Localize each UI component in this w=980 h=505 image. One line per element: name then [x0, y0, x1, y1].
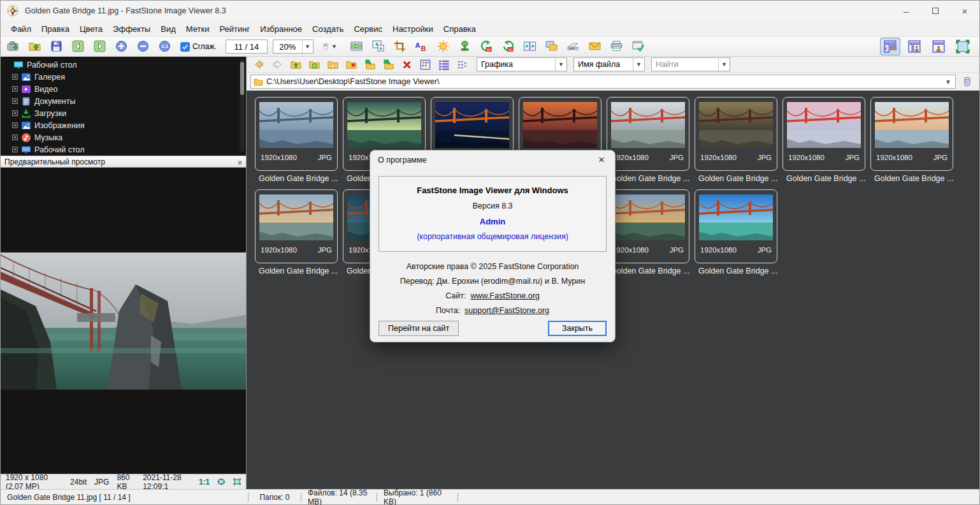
clone-stamp-button[interactable]: [456, 38, 474, 55]
acquire-scanner-button[interactable]: [565, 38, 582, 55]
full-frame-icon[interactable]: [233, 477, 241, 487]
slideshow-button[interactable]: [348, 38, 366, 55]
nav-back-button[interactable]: [250, 57, 267, 72]
thumbnail-cell[interactable]: 1920x1080JPG: [782, 97, 865, 171]
view-thumbnails-button[interactable]: [880, 38, 900, 55]
resize-image-button[interactable]: [370, 38, 387, 55]
tree-item-5[interactable]: +Загрузки: [1, 107, 246, 119]
thumbnail-cell[interactable]: 1920x1080JPG: [695, 97, 777, 171]
menu-item-3[interactable]: Цвета: [75, 22, 108, 36]
view-browser-preview-button[interactable]: [904, 38, 925, 55]
rotate-left-90-button[interactable]: 90: [478, 38, 496, 55]
thumbnail-item-9[interactable]: 1920x1080JPGGolden Gate Bridge ...: [255, 189, 338, 275]
expand-plus-icon[interactable]: +: [12, 74, 18, 80]
move-to-folder-button[interactable]: [361, 57, 378, 72]
goto-site-button[interactable]: Перейти на сайт: [378, 321, 459, 336]
tree-scrollbar[interactable]: [240, 59, 245, 152]
maximize-button[interactable]: [921, 1, 950, 21]
preview-header[interactable]: Предварительный просмотр »: [1, 156, 246, 168]
current-path[interactable]: C:\Users\User\Desktop\FastStone Image Vi…: [266, 77, 942, 86]
thumbnail-item-14[interactable]: 1920x1080JPGGolden Gate Bridge ...: [695, 189, 777, 275]
next-image-button[interactable]: [91, 38, 109, 55]
fit-window-icon[interactable]: [217, 477, 225, 487]
menu-item-9[interactable]: Создать: [307, 22, 349, 36]
batch-rename-button[interactable]: AB: [413, 38, 431, 55]
tree-item-4[interactable]: +Документы: [1, 95, 246, 107]
zoom-combobox[interactable]: 20% ▼: [273, 40, 313, 54]
thumbnail-area[interactable]: 1920x1080JPGGolden Gate Bridge ...1920x1…: [247, 91, 979, 489]
thumbnail-item-8[interactable]: 1920x1080JPGGolden Gate Bridge ...: [870, 97, 953, 183]
zoom-in-button[interactable]: [113, 38, 131, 55]
copy-to-folder-button[interactable]: [380, 57, 396, 72]
chevron-down-icon[interactable]: ▼: [331, 43, 337, 50]
rotate-right-90-button[interactable]: 90: [500, 38, 517, 55]
adjust-lighting-button[interactable]: [435, 38, 452, 55]
address-bar[interactable]: C:\Users\User\Desktop\FastStone Image Vi…: [250, 75, 956, 89]
thumbnail-item-6[interactable]: 1920x1080JPGGolden Gate Bridge ...: [695, 97, 777, 183]
crop-button[interactable]: [391, 38, 409, 55]
hand-tool-button[interactable]: ▼: [320, 38, 338, 55]
tree-item-1[interactable]: Рабочий стол: [1, 59, 246, 71]
minimize-button[interactable]: –: [891, 1, 921, 21]
menu-item-5[interactable]: Вид: [155, 22, 181, 36]
chevron-down-icon[interactable]: ▼: [555, 58, 566, 71]
expand-plus-icon[interactable]: +: [12, 122, 18, 128]
folder-history-button[interactable]: [959, 75, 976, 89]
close-dialog-button[interactable]: Закрыть: [548, 321, 607, 336]
dialog-title-bar[interactable]: О программе ×: [370, 150, 615, 170]
view-details-button[interactable]: [435, 57, 452, 72]
folder-up-button[interactable]: [287, 57, 304, 72]
preview-pane[interactable]: [1, 168, 246, 474]
site-link[interactable]: www.FastStone.org: [470, 291, 539, 300]
tree-item-6[interactable]: +Изображения: [1, 119, 246, 131]
folder-refresh-button[interactable]: [306, 57, 322, 72]
thumbnail-item-5[interactable]: 1920x1080JPGGolden Gate Bridge ...: [607, 97, 689, 183]
prev-image-button[interactable]: [69, 38, 87, 55]
expand-plus-icon[interactable]: +: [12, 86, 18, 92]
thumbnail-cell[interactable]: 1920x1080JPG: [870, 97, 953, 171]
folder-new-button[interactable]: [343, 57, 359, 72]
menu-item-4[interactable]: Эффекты: [108, 22, 155, 36]
menu-item-7[interactable]: Рейтинг: [214, 22, 255, 36]
thumbnail-item-1[interactable]: 1920x1080JPGGolden Gate Bridge ...: [255, 97, 338, 183]
save-button[interactable]: [48, 38, 66, 55]
chevron-down-icon[interactable]: ▼: [633, 58, 644, 71]
tree-item-2[interactable]: +Галерея: [1, 71, 246, 83]
capture-camera-button[interactable]: [4, 38, 22, 55]
tree-item-7[interactable]: +Музыка: [1, 131, 246, 143]
view-fullscreen-button[interactable]: [953, 38, 973, 55]
view-thumbs-button[interactable]: [417, 57, 433, 72]
chevron-down-icon[interactable]: ▼: [302, 40, 313, 53]
expand-plus-icon[interactable]: +: [12, 110, 18, 116]
thumbnail-cell[interactable]: 1920x1080JPG: [695, 189, 777, 263]
nav-forward-button[interactable]: [269, 57, 285, 72]
expand-plus-icon[interactable]: +: [12, 98, 18, 104]
tree-item-8[interactable]: +Рабочий стол: [1, 143, 246, 156]
zoom-out-button[interactable]: [134, 38, 152, 55]
search-input[interactable]: Найти: [652, 60, 718, 69]
close-button[interactable]: ×: [950, 1, 979, 21]
sort-combobox[interactable]: Имя файла ▼: [573, 57, 645, 71]
thumbnail-item-7[interactable]: 1920x1080JPGGolden Gate Bridge ...: [782, 97, 865, 183]
search-combobox[interactable]: Найти ▼: [651, 57, 730, 71]
dialog-close-button[interactable]: ×: [588, 150, 615, 170]
thumbnail-cell[interactable]: 1920x1080JPG: [607, 189, 689, 263]
smoothing-option[interactable]: Сглаж.: [180, 42, 217, 52]
menu-item-1[interactable]: Файл: [6, 22, 36, 36]
thumbnail-item-13[interactable]: 1920x1080JPGGolden Gate Bridge ...: [607, 189, 689, 275]
expand-plus-icon[interactable]: +: [12, 135, 18, 140]
mail-link[interactable]: support@FastStone.org: [465, 306, 549, 315]
settings-check-button[interactable]: [630, 38, 647, 55]
screen-capture-button[interactable]: [543, 38, 561, 55]
view-list-button[interactable]: [454, 57, 470, 72]
zoom-actual-button[interactable]: 1:1: [156, 38, 174, 55]
thumbnail-cell[interactable]: 1920x1080JPG: [607, 97, 689, 171]
folder-favorites-button[interactable]: [324, 57, 341, 72]
open-folder-button[interactable]: [26, 38, 44, 55]
menu-item-10[interactable]: Сервис: [349, 22, 387, 36]
print-button[interactable]: [608, 38, 626, 55]
collapse-chevron-icon[interactable]: »: [236, 160, 245, 163]
expand-plus-icon[interactable]: +: [12, 147, 18, 152]
compare-images-button[interactable]: [521, 38, 539, 55]
smoothing-checkbox[interactable]: [180, 42, 190, 52]
